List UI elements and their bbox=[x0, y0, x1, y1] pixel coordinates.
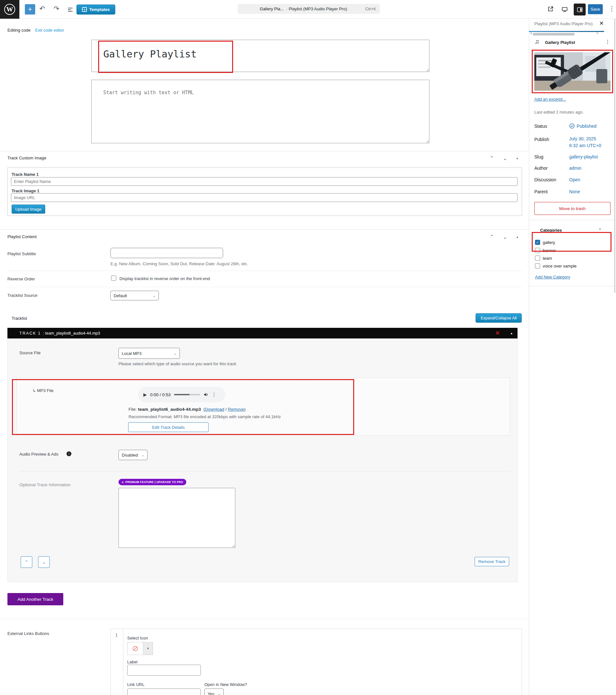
post-content-textarea[interactable] bbox=[91, 80, 429, 143]
category-checkbox-voice-over-sample[interactable] bbox=[535, 263, 540, 269]
publish-date[interactable]: July 30, 2025 bbox=[569, 136, 596, 141]
undo-icon[interactable]: ↶ bbox=[39, 5, 45, 13]
category-checkbox-team[interactable] bbox=[535, 256, 540, 261]
category-label[interactable]: banner bbox=[543, 248, 556, 253]
document-type-crumb: · Playlist (MP3 Audio Player Pro) bbox=[286, 6, 347, 11]
remove-track-button[interactable]: Remove Track bbox=[475, 557, 509, 566]
track-custom-image-panel-controls[interactable]: ⌃ ⌃ ▲ bbox=[490, 155, 518, 161]
category-checkbox-banner[interactable] bbox=[535, 248, 540, 253]
document-title-crumb: Gallery Pla... bbox=[260, 6, 284, 11]
player-progress-bar[interactable] bbox=[174, 394, 200, 395]
track-custom-image-panel bbox=[7, 167, 522, 216]
track-file-name: : team_playlist6_audio4-44.mp3 bbox=[43, 331, 100, 336]
move-up-icon[interactable]: ⌃ bbox=[490, 234, 494, 240]
status-value[interactable]: Published bbox=[577, 123, 597, 129]
track-name-input[interactable] bbox=[11, 177, 518, 186]
save-button[interactable]: Save bbox=[588, 4, 603, 14]
featured-image[interactable] bbox=[534, 52, 611, 91]
add-block-button[interactable]: + bbox=[25, 4, 35, 15]
collapse-toggle-icon[interactable]: ▲ bbox=[516, 236, 518, 238]
last-edited-text: Last edited 2 minutes ago. bbox=[534, 110, 584, 115]
slug-label: Slug bbox=[534, 154, 543, 159]
vertical-scrollbar-thumb[interactable] bbox=[614, 19, 615, 293]
view-post-icon[interactable] bbox=[547, 5, 554, 13]
redo-icon[interactable]: ↷ bbox=[54, 5, 60, 13]
audio-player[interactable]: ▶ 0:00 / 0:53 ⋮ bbox=[138, 387, 226, 402]
slug-value[interactable]: gallery-playlist bbox=[569, 154, 598, 159]
move-track-up-button[interactable]: ⌃ bbox=[21, 556, 32, 568]
collapse-track-icon[interactable]: ▲ bbox=[510, 332, 513, 335]
category-label[interactable]: gallery bbox=[543, 240, 555, 245]
move-down-icon[interactable]: ⌃ bbox=[503, 234, 507, 240]
collapse-toggle-icon[interactable]: ▲ bbox=[516, 157, 518, 160]
scroll-left-icon[interactable]: ◀ bbox=[530, 32, 532, 35]
source-file-help: Please select which type of audio source… bbox=[118, 361, 236, 366]
add-new-category-link[interactable]: Add New Category bbox=[535, 275, 570, 279]
author-label: Author bbox=[534, 166, 548, 171]
horizontal-scrollbar-thumb[interactable] bbox=[533, 33, 575, 35]
open-new-window-select[interactable]: Yes⌄ bbox=[204, 689, 224, 695]
author-value[interactable]: admin bbox=[569, 166, 581, 171]
track-header-bar[interactable]: TRACK 1 : team_playlist6_audio4-44.mp3 ✕… bbox=[7, 328, 518, 338]
edit-track-details-button[interactable]: Edit Track Details bbox=[128, 422, 209, 432]
playlist-subtitle-input[interactable] bbox=[111, 248, 223, 258]
settings-sidebar bbox=[529, 19, 616, 695]
reverse-order-checkbox[interactable] bbox=[111, 275, 116, 281]
audio-preview-select[interactable]: Disabled⌄ bbox=[118, 450, 148, 460]
categories-collapse-icon[interactable]: ⌃ bbox=[598, 228, 602, 233]
preview-device-icon[interactable] bbox=[561, 6, 568, 13]
playlist-content-panel-controls[interactable]: ⌃ ⌃ ▲ bbox=[490, 234, 518, 240]
exit-code-editor-link[interactable]: Exit code editor bbox=[35, 28, 64, 33]
categories-header[interactable]: Categories bbox=[540, 228, 562, 233]
info-icon[interactable]: i bbox=[67, 452, 71, 456]
sidebar-tab-indicator bbox=[529, 31, 604, 32]
optional-track-info-textarea[interactable] bbox=[118, 488, 235, 548]
close-sidebar-icon[interactable]: ✕ bbox=[599, 20, 604, 27]
external-link-row-number: 1 bbox=[115, 632, 118, 638]
link-url-label: Link URL bbox=[127, 682, 144, 688]
settings-sidebar-toggle[interactable] bbox=[574, 3, 586, 16]
play-icon[interactable]: ▶ bbox=[143, 392, 147, 397]
category-label[interactable]: voice over sample bbox=[543, 264, 577, 269]
tracklist-source-select[interactable]: Default⌄ bbox=[111, 291, 159, 300]
move-down-icon[interactable]: ⌃ bbox=[503, 155, 507, 161]
row-divider bbox=[7, 271, 522, 271]
button-label-input[interactable] bbox=[127, 665, 201, 676]
publish-time[interactable]: 6:32 am UTC+0 bbox=[569, 143, 601, 148]
doc-options-kebab-icon[interactable]: ⋮ bbox=[605, 39, 610, 45]
icon-picker-preview[interactable] bbox=[127, 642, 143, 655]
remove-link[interactable]: Remove bbox=[228, 407, 244, 412]
track-image-url-input[interactable] bbox=[11, 193, 518, 202]
add-excerpt-link[interactable]: Add an excerpt... bbox=[534, 97, 566, 102]
download-link[interactable]: Download bbox=[205, 407, 224, 412]
expand-collapse-all-button[interactable]: Expand/Collapse All bbox=[476, 313, 522, 323]
command-palette[interactable]: Gallery Pla... · Playlist (MP3 Audio Pla… bbox=[238, 4, 380, 14]
parent-value[interactable]: None bbox=[569, 189, 580, 194]
volume-icon[interactable] bbox=[203, 392, 209, 397]
upload-image-button[interactable]: Upload Image bbox=[12, 205, 45, 214]
source-file-select[interactable]: Local MP3⌄ bbox=[118, 348, 180, 359]
chevron-down-icon: ⌄ bbox=[153, 294, 155, 298]
optional-track-info-label: Optional Track Information bbox=[19, 482, 70, 488]
move-track-down-button[interactable]: ⌃ bbox=[38, 556, 50, 568]
post-title-textarea[interactable]: Gallery Playlist bbox=[91, 40, 429, 72]
options-kebab-icon[interactable]: ⋮ bbox=[609, 5, 615, 12]
icon-picker-dropdown-button[interactable]: ▼ bbox=[143, 642, 153, 655]
move-to-trash-button[interactable]: Move to trash bbox=[534, 202, 611, 215]
mp3-file-box bbox=[16, 377, 510, 436]
move-up-icon[interactable]: ⌃ bbox=[490, 155, 494, 161]
add-another-track-button[interactable]: Add Another Track bbox=[7, 593, 63, 605]
category-label[interactable]: team bbox=[543, 256, 552, 261]
templates-button[interactable]: Templates bbox=[77, 4, 115, 15]
document-overview-icon[interactable] bbox=[67, 6, 74, 13]
templates-grid-icon bbox=[82, 7, 87, 12]
link-url-input[interactable] bbox=[127, 689, 201, 695]
category-checkbox-gallery[interactable]: ✓ bbox=[535, 240, 540, 245]
delete-track-icon[interactable]: ✕ bbox=[495, 330, 500, 337]
reverse-order-option-label: Display tracklist in reverse order on th… bbox=[119, 276, 210, 282]
source-file-label: Source File bbox=[19, 351, 41, 356]
player-menu-kebab-icon[interactable]: ⋮ bbox=[212, 392, 217, 397]
wordpress-logo-button[interactable]: W bbox=[0, 0, 19, 19]
scroll-right-icon[interactable]: ▶ bbox=[597, 32, 599, 35]
discussion-value[interactable]: Open bbox=[569, 177, 580, 182]
